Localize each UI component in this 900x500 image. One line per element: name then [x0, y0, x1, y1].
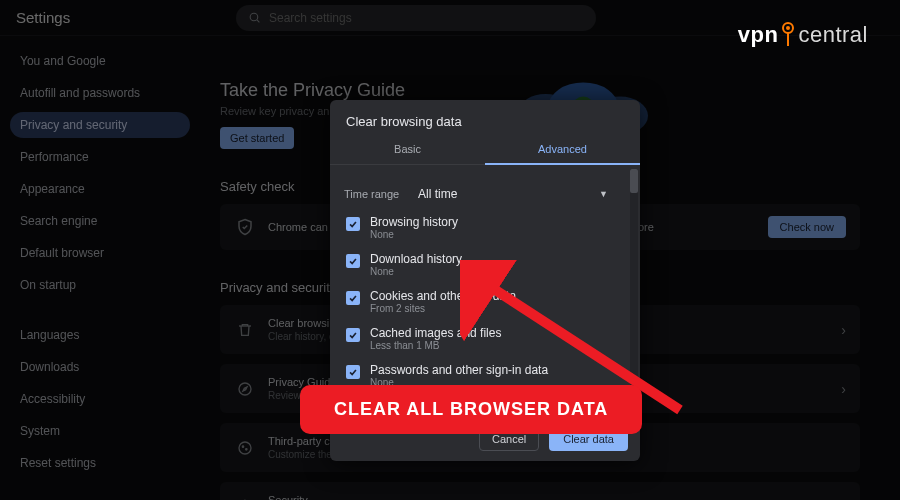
sidebar-item-accessibility[interactable]: Accessibility — [10, 386, 190, 412]
dialog-title: Clear browsing data — [330, 100, 640, 135]
logo-text-left: vpn — [738, 22, 779, 48]
cookie-icon — [234, 437, 256, 459]
tab-basic[interactable]: Basic — [330, 135, 485, 165]
compass-icon — [234, 378, 256, 400]
sidebar-item-you-and-google[interactable]: You and Google — [10, 48, 190, 74]
row-security[interactable]: Security Safe Browsing (protection from … — [220, 482, 860, 500]
check-label: Download history — [370, 252, 462, 266]
check-sublabel: None — [370, 229, 458, 240]
sidebar-item-privacy-security[interactable]: Privacy and security — [10, 112, 190, 138]
sidebar-item-downloads[interactable]: Downloads — [10, 354, 190, 380]
logo-pin-icon — [780, 22, 796, 48]
dropdown-triangle-icon: ▼ — [599, 189, 608, 199]
search-icon — [248, 11, 261, 24]
svg-line-1 — [257, 20, 259, 22]
sidebar-item-default-browser[interactable]: Default browser — [10, 240, 190, 266]
checkbox-icon[interactable] — [346, 328, 360, 342]
checkbox-icon[interactable] — [346, 254, 360, 268]
dialog-tabs: Basic Advanced — [330, 135, 640, 165]
sidebar-item-on-startup[interactable]: On startup — [10, 272, 190, 298]
svg-point-5 — [242, 446, 243, 447]
check-sublabel: Less than 1 MB — [370, 340, 501, 351]
check-now-button[interactable]: Check now — [768, 216, 846, 238]
row-title: Security — [268, 494, 829, 500]
scrollbar-track — [630, 169, 638, 416]
check-browsing-history[interactable]: Browsing historyNone — [344, 209, 636, 246]
security-icon — [234, 496, 256, 501]
vpncentral-logo: vpn central — [738, 22, 868, 48]
checkbox-icon[interactable] — [346, 291, 360, 305]
sidebar-item-search-engine[interactable]: Search engine — [10, 208, 190, 234]
logo-text-right: central — [798, 22, 868, 48]
search-input[interactable] — [269, 11, 584, 25]
svg-point-6 — [246, 448, 247, 449]
check-label: Passwords and other sign-in data — [370, 363, 548, 377]
search-settings[interactable] — [236, 5, 596, 31]
sidebar-item-languages[interactable]: Languages — [10, 322, 190, 348]
svg-point-2 — [239, 383, 251, 395]
check-sublabel: None — [370, 266, 462, 277]
annotation-callout: CLEAR ALL BROWSER DATA — [300, 385, 642, 434]
tab-advanced[interactable]: Advanced — [485, 135, 640, 165]
sidebar-item-autofill[interactable]: Autofill and passwords — [10, 80, 190, 106]
check-cookies[interactable]: Cookies and other site dataFrom 2 sites — [344, 283, 636, 320]
svg-marker-3 — [243, 387, 247, 391]
time-range-select[interactable]: All time ▼ — [414, 183, 636, 205]
sidebar-item-appearance[interactable]: Appearance — [10, 176, 190, 202]
svg-point-0 — [250, 13, 258, 21]
check-cached-images[interactable]: Cached images and filesLess than 1 MB — [344, 320, 636, 357]
scrollbar-thumb[interactable] — [630, 169, 638, 193]
sidebar-item-system[interactable]: System — [10, 418, 190, 444]
trash-icon — [234, 319, 256, 341]
check-label: Browsing history — [370, 215, 458, 229]
settings-sidebar: You and Google Autofill and passwords Pr… — [0, 36, 200, 500]
checkbox-icon[interactable] — [346, 217, 360, 231]
check-label: Cached images and files — [370, 326, 501, 340]
check-label: Cookies and other site data — [370, 289, 516, 303]
time-range-label: Time range — [344, 188, 404, 200]
chevron-right-icon: › — [841, 322, 846, 338]
chevron-right-icon: › — [841, 381, 846, 397]
get-started-button[interactable]: Get started — [220, 127, 294, 149]
shield-verify-icon — [234, 216, 256, 238]
sidebar-item-performance[interactable]: Performance — [10, 144, 190, 170]
checkbox-icon[interactable] — [346, 365, 360, 379]
svg-point-4 — [239, 442, 251, 454]
check-sublabel: From 2 sites — [370, 303, 516, 314]
page-title: Settings — [16, 9, 236, 26]
sidebar-item-reset[interactable]: Reset settings — [10, 450, 190, 476]
check-download-history[interactable]: Download historyNone — [344, 246, 636, 283]
time-range-value: All time — [418, 187, 457, 201]
svg-point-15 — [786, 26, 790, 30]
